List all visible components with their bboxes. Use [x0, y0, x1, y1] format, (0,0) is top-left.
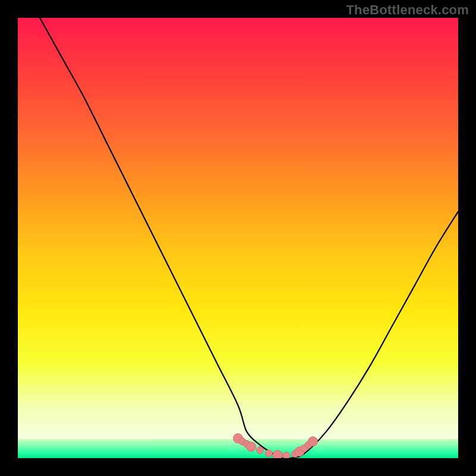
highlight-dot [265, 450, 273, 457]
highlight-dot [246, 442, 256, 452]
highlight-dot [256, 447, 264, 454]
bottleneck-curve [40, 18, 458, 458]
curve-svg [18, 18, 458, 458]
highlight-dot [308, 437, 318, 446]
plot-area [18, 18, 458, 458]
highlight-dot [273, 450, 283, 458]
watermark-text: TheBottleneck.com [346, 2, 469, 18]
highlight-markers [233, 434, 318, 458]
highlight-dot [283, 452, 290, 458]
chart-frame: TheBottleneck.com [0, 0, 476, 476]
